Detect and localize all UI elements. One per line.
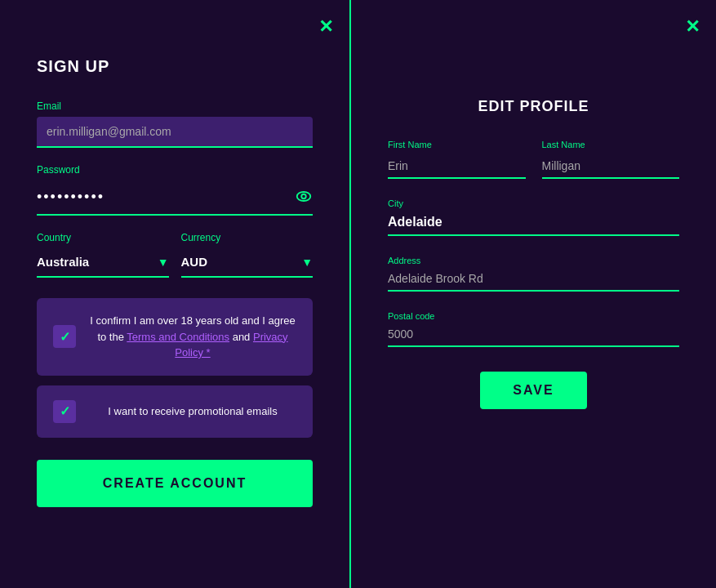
terms-checkbox-card[interactable]: ✓ I confirm I am over 18 years old and I… [37, 298, 313, 376]
city-input[interactable] [388, 210, 679, 236]
city-group: City [388, 195, 679, 236]
promo-checkmark-icon: ✓ [60, 403, 70, 419]
checkmark-icon: ✓ [60, 329, 70, 345]
select-row: Country Australia ▼ Currency AUD ▼ [37, 232, 313, 278]
country-arrow-icon: ▼ [158, 256, 169, 269]
currency-select-group: Currency AUD ▼ [181, 232, 314, 278]
email-label: Email [37, 100, 313, 112]
password-input[interactable] [37, 180, 313, 216]
promo-checkbox-card[interactable]: ✓ I want to receive promotional emails [37, 385, 313, 438]
promo-checkbox-text: I want to receive promotional emails [89, 403, 296, 420]
svg-point-0 [297, 192, 311, 201]
password-field-wrapper [37, 180, 313, 216]
currency-select[interactable]: AUD ▼ [181, 248, 314, 278]
svg-point-1 [301, 194, 306, 198]
terms-checkbox-icon: ✓ [53, 325, 76, 348]
left-panel: ✕ SIGN UP Email Password Country Austral… [0, 0, 351, 588]
currency-value: AUD [181, 255, 208, 269]
postal-code-group: Postal code [388, 308, 679, 347]
right-close-button[interactable]: ✕ [685, 16, 700, 38]
country-label: Country [37, 232, 169, 243]
city-label: City [388, 198, 403, 208]
password-label: Password [37, 164, 313, 176]
address-group: Address [388, 252, 679, 292]
last-name-group: Last Name [542, 140, 680, 179]
address-label: Address [388, 256, 420, 265]
email-input[interactable] [37, 117, 313, 148]
first-name-input[interactable] [388, 154, 526, 179]
name-row: First Name Last Name [388, 140, 679, 179]
country-select[interactable]: Australia ▼ [37, 248, 169, 278]
address-input[interactable] [388, 267, 679, 292]
first-name-group: First Name [388, 140, 526, 179]
terms-checkbox-text: I confirm I am over 18 years old and I a… [89, 313, 296, 361]
country-value: Australia [37, 255, 89, 269]
edit-profile-title: EDIT PROFILE [388, 98, 679, 115]
eye-icon[interactable] [295, 187, 313, 209]
postal-code-label: Postal code [388, 311, 434, 321]
postal-code-input[interactable] [388, 323, 679, 347]
right-panel: ✕ EDIT PROFILE First Name Last Name City… [351, 0, 716, 588]
left-close-button[interactable]: ✕ [318, 16, 333, 38]
last-name-input[interactable] [542, 154, 680, 179]
country-select-group: Country Australia ▼ [37, 232, 169, 278]
last-name-label: Last Name [542, 140, 680, 149]
sign-up-title: SIGN UP [37, 57, 313, 76]
currency-label: Currency [181, 232, 314, 243]
promo-checkbox-icon: ✓ [53, 400, 76, 423]
first-name-label: First Name [388, 140, 526, 149]
create-account-button[interactable]: CREATE ACCOUNT [37, 460, 313, 507]
terms-link[interactable]: Terms and Conditions [127, 331, 229, 343]
currency-arrow-icon: ▼ [301, 256, 313, 269]
save-button[interactable]: SAVE [480, 372, 586, 409]
